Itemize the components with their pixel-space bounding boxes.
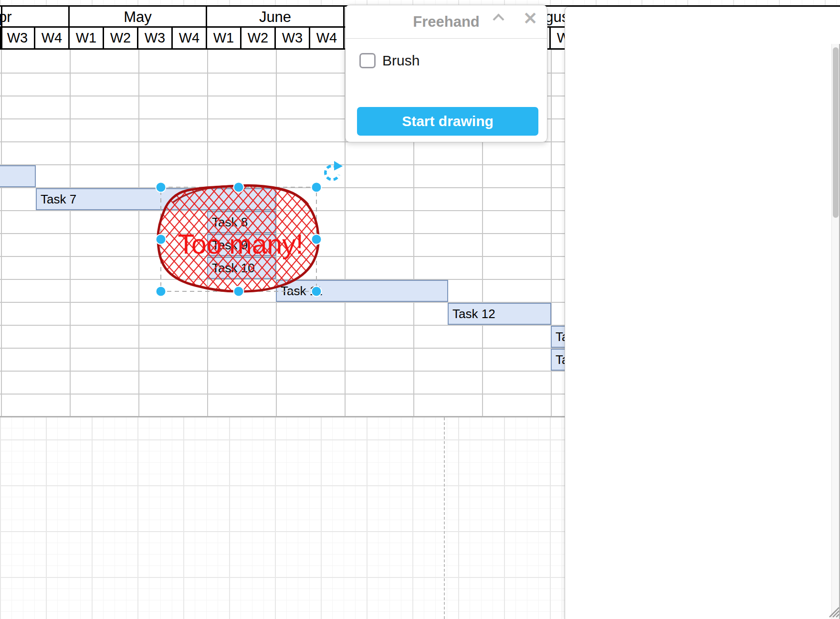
task-bar-task-7[interactable]: Task 7 bbox=[36, 188, 276, 210]
freehand-close-icon[interactable]: ✕ bbox=[523, 9, 537, 29]
task-bar-task-11[interactable]: Task 11 bbox=[276, 280, 448, 302]
week-cell[interactable]: W3 bbox=[276, 28, 310, 48]
resize-grip-icon[interactable] bbox=[826, 604, 840, 618]
page-break-line bbox=[444, 417, 445, 619]
panel-scrollbar-thumb[interactable] bbox=[833, 47, 839, 218]
week-cell[interactable]: W1 bbox=[207, 28, 242, 48]
brush-checkbox[interactable] bbox=[359, 53, 376, 68]
month-cell-apr: Apr bbox=[0, 7, 70, 28]
freehand-dialog-title: Freehand bbox=[346, 5, 547, 39]
task-bar[interactable] bbox=[0, 165, 36, 187]
task-bar-task-8[interactable]: Task 8 bbox=[207, 211, 276, 233]
week-cell[interactable]: W4 bbox=[173, 28, 207, 48]
week-cell[interactable]: W4 bbox=[310, 28, 345, 48]
task-bar-task-9[interactable]: Task 9 bbox=[207, 234, 276, 256]
brush-label: Brush bbox=[382, 53, 420, 69]
month-cell-june: June bbox=[207, 7, 345, 28]
week-cell[interactable]: W4 bbox=[35, 28, 70, 48]
drawio-canvas: AprMayJuneJulyAugust W1W2W3W4W1W2W3W4W1W… bbox=[0, 0, 840, 619]
week-cell[interactable]: W2 bbox=[242, 28, 276, 48]
format-panel bbox=[565, 7, 840, 619]
start-drawing-button[interactable]: Start drawing bbox=[357, 107, 538, 136]
week-cell[interactable]: W2 bbox=[104, 28, 138, 48]
freehand-dialog-titlebar[interactable]: Freehand bbox=[346, 5, 547, 39]
task-bar-task-12[interactable]: Task 12 bbox=[448, 303, 551, 325]
task-bar-task-10[interactable]: Task 10 bbox=[207, 257, 276, 279]
month-cell-may: May bbox=[70, 7, 207, 28]
week-cell[interactable]: W3 bbox=[1, 28, 35, 48]
week-cell[interactable]: W1 bbox=[70, 28, 104, 48]
week-cell[interactable]: W3 bbox=[138, 28, 173, 48]
